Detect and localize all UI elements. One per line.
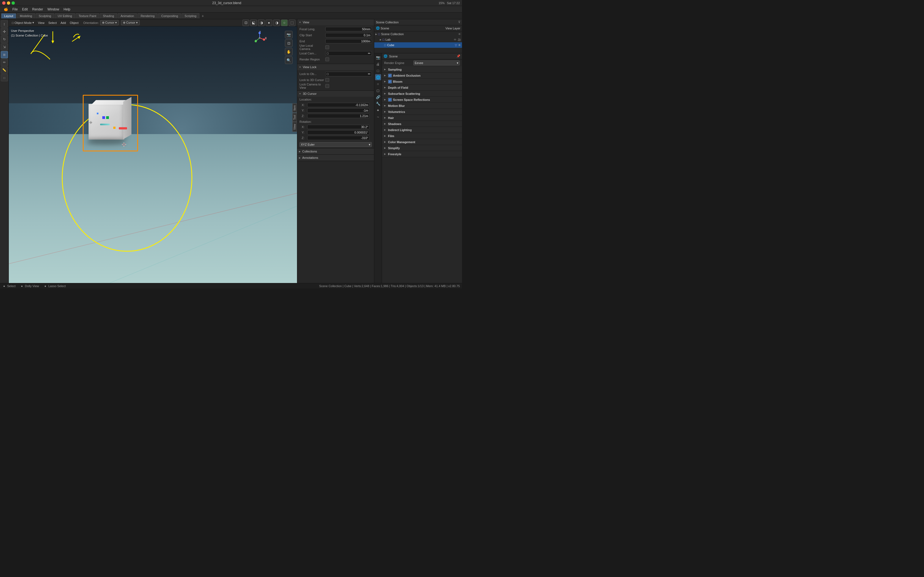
tab-animation[interactable]: Animation: [118, 13, 137, 18]
section-ao[interactable]: ▶ ✓ Ambient Occlusion: [382, 73, 462, 79]
tool-scale[interactable]: ⇲: [1, 44, 8, 50]
cursor-rz-value[interactable]: -310°: [307, 136, 370, 140]
shading-material[interactable]: ◑: [273, 19, 280, 26]
shading-rendered[interactable]: ○: [281, 19, 288, 26]
cursor-rx-value[interactable]: 30.2°: [307, 125, 370, 129]
menu-window[interactable]: Window: [46, 7, 61, 12]
render-engine-dropdown[interactable]: Eevee ▾: [414, 60, 460, 65]
tool-rotate[interactable]: ↻: [1, 36, 8, 43]
tab-uv-editing[interactable]: UV Editing: [55, 13, 75, 18]
prop-icon-viewlayer[interactable]: □: [375, 68, 381, 74]
viewport-mode-selector[interactable]: □ Object Mode ▾: [10, 20, 36, 25]
tab-shading[interactable]: Shading: [100, 13, 117, 18]
tab-scripting[interactable]: Scripting: [181, 13, 199, 18]
section-dof[interactable]: ▶ Depth of Field: [382, 85, 462, 91]
annotations-header[interactable]: ▶ Annotations: [297, 155, 374, 161]
shading-solid[interactable]: ●: [266, 19, 272, 26]
menu-blender[interactable]: 🍊: [2, 7, 10, 12]
view-nav-zoom[interactable]: 🔍: [285, 56, 292, 64]
section-bloom[interactable]: ▶ ✓ Bloom: [382, 79, 462, 85]
section-motionblur[interactable]: ▶ Motion Blur: [382, 103, 462, 109]
side-tab-view[interactable]: View: [292, 122, 297, 132]
section-ssr[interactable]: ▶ ✓ Screen Space Reflections: [382, 97, 462, 103]
rotation-mode-dropdown[interactable]: XYZ Euler ▾: [299, 142, 372, 147]
side-tab-tool[interactable]: Tool: [292, 113, 297, 122]
prop-icon-physics[interactable]: ~: [375, 114, 381, 120]
minimize-button[interactable]: [7, 2, 10, 5]
tool-move[interactable]: ✛: [1, 28, 8, 35]
add-workspace-button[interactable]: +: [200, 13, 205, 19]
menu-help[interactable]: Help: [62, 7, 72, 12]
viewport-view-menu[interactable]: View: [37, 21, 46, 25]
viewport-gizmos-toggle[interactable]: ⊡: [242, 19, 249, 26]
section-freestyle[interactable]: ▶ Freestyle: [382, 151, 462, 157]
viewport-overlays-toggle[interactable]: ⬕: [250, 19, 257, 26]
menu-edit[interactable]: Edit: [20, 7, 29, 12]
section-color-management[interactable]: ▶ Color Management: [382, 139, 462, 145]
tool-annotate[interactable]: ✏: [1, 59, 8, 66]
prop-icon-scene[interactable]: 🌐: [375, 74, 381, 80]
prop-icon-constraints[interactable]: 🔗: [375, 94, 381, 100]
view-panel-header[interactable]: ▼ View: [297, 19, 374, 25]
tab-modeling[interactable]: Modeling: [17, 13, 35, 18]
view-nav-camera[interactable]: 📷: [285, 31, 292, 39]
section-shadows[interactable]: ▶ Shadows: [382, 121, 462, 127]
ssr-checkbox[interactable]: ✓: [388, 98, 392, 102]
tool-add-cube[interactable]: □: [1, 74, 8, 81]
section-hair[interactable]: ▶ Hair: [382, 115, 462, 121]
view-layer-name[interactable]: View Layer: [446, 27, 460, 30]
props-pin-icon[interactable]: 📌: [457, 55, 460, 58]
tab-compositing[interactable]: Compositing: [158, 13, 181, 18]
cube-filter-icon[interactable]: ▽: [455, 44, 457, 47]
outliner-lab-collection[interactable]: ▶ □ Lab 👁 🎥: [374, 37, 462, 42]
tab-layout[interactable]: Layout: [1, 13, 16, 18]
pivot-dropdown[interactable]: ⊕ Cursor ▾: [121, 20, 140, 25]
viewport-object-menu[interactable]: Object: [68, 21, 80, 25]
view-nav-grab[interactable]: ✋: [285, 48, 292, 55]
use-local-camera-checkbox[interactable]: [325, 45, 329, 49]
tool-transform[interactable]: ⊞: [1, 51, 8, 58]
maximize-button[interactable]: [11, 2, 15, 5]
lock-3d-cursor-checkbox[interactable]: [325, 78, 329, 82]
close-button[interactable]: [2, 2, 5, 5]
local-cam-picker[interactable]: □ ✏: [325, 51, 372, 56]
tool-select[interactable]: ↕: [1, 20, 8, 27]
section-indirect-lighting[interactable]: ▶ Indirect Lighting: [382, 127, 462, 133]
tool-measure[interactable]: 📏: [1, 66, 8, 74]
ao-checkbox[interactable]: ✓: [388, 74, 392, 77]
section-volumetrics[interactable]: ▶ Volumetrics: [382, 109, 462, 115]
traffic-lights[interactable]: [2, 2, 15, 5]
tab-rendering[interactable]: Rendering: [137, 13, 158, 18]
prop-icon-object[interactable]: ◻: [375, 87, 381, 93]
outliner-filter-button[interactable]: ⊽: [458, 20, 460, 24]
outliner-cube-object[interactable]: □ Cube ▽ 👁: [374, 42, 462, 48]
section-film[interactable]: ▶ Film: [382, 133, 462, 139]
menu-render[interactable]: Render: [31, 7, 45, 12]
tab-texture-paint[interactable]: Texture Paint: [76, 13, 99, 18]
section-sss[interactable]: ▶ Subsurface Scattering: [382, 91, 462, 97]
scene-name[interactable]: Scene: [381, 27, 389, 30]
render-region-checkbox[interactable]: [325, 57, 329, 61]
cursor-x-value[interactable]: -0.1162m: [307, 103, 370, 107]
prop-icon-world[interactable]: ○: [375, 81, 381, 87]
collections-header[interactable]: ▶ Collections: [297, 148, 374, 155]
clip-end-value[interactable]: 1000m: [325, 39, 372, 44]
viewport-xray-toggle[interactable]: ◑: [258, 19, 265, 26]
section-sampling[interactable]: ▶ Sampling: [382, 66, 462, 73]
outliner-scene-collection[interactable]: ▶ □ Scene Collection 👁: [374, 31, 462, 37]
cursor-z-value[interactable]: 1.21m: [307, 114, 370, 118]
cursor-3d-header[interactable]: ▼ 3D Cursor: [297, 91, 374, 97]
clip-start-value[interactable]: 0.1m: [325, 33, 372, 37]
viewport-select-menu[interactable]: Select: [47, 21, 58, 25]
viewport-canvas[interactable]: ✛ User Perspective (1) Scene Collection …: [9, 26, 297, 283]
prop-icon-output[interactable]: 🖨: [375, 61, 381, 67]
section-simplify[interactable]: ▶ Simplify: [382, 145, 462, 151]
view-lock-header[interactable]: ▼ View Lock: [297, 64, 374, 70]
menu-file[interactable]: File: [11, 7, 19, 12]
cube-eye[interactable]: 👁: [458, 44, 461, 47]
prop-icon-render[interactable]: 📷: [375, 55, 381, 60]
lab-eye[interactable]: 👁: [454, 38, 457, 41]
prop-icon-particles[interactable]: ✦: [375, 107, 381, 113]
prop-icon-modifier[interactable]: 🔧: [375, 101, 381, 106]
view-nav-perspective[interactable]: ⊡: [285, 39, 292, 47]
